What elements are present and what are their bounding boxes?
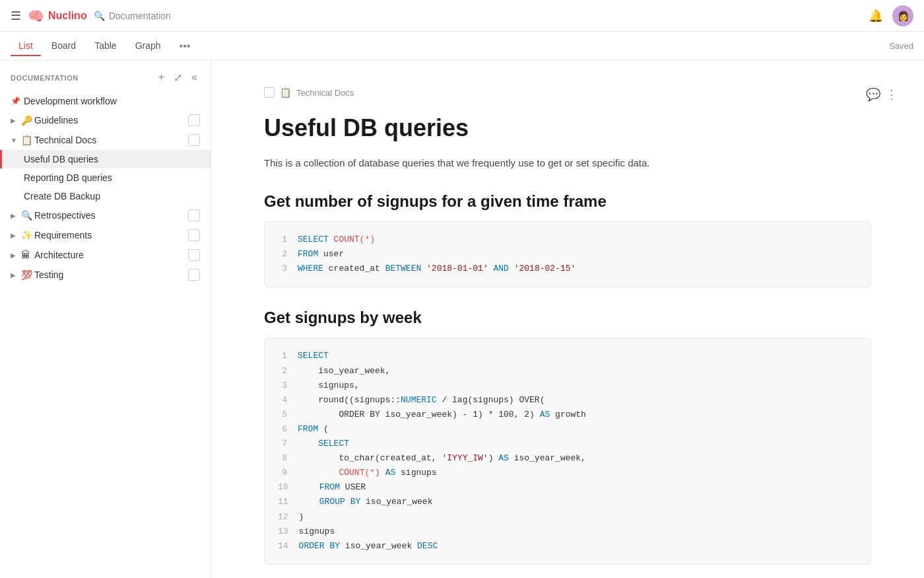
sidebar: DOCUMENTATION + ⤢ « 📌 Development workfl…: [0, 61, 211, 578]
topbar-left: ☰ 🧠 Nuclino 🔍 Documentation: [11, 8, 171, 24]
code-block-2: 1 SELECT 2 iso_year_week, 3 signups, 4 r…: [264, 338, 871, 564]
document-description: This is a collection of database queries…: [264, 155, 871, 171]
chevron-right-icon-retro: ▶: [11, 212, 21, 219]
retrospectives-checkbox[interactable]: [188, 209, 200, 221]
menu-icon[interactable]: ☰: [11, 9, 21, 23]
useful-db-queries-label: Useful DB queries: [24, 154, 200, 164]
code-line: 1 SELECT: [278, 349, 857, 363]
logo-text: Nuclino: [48, 10, 87, 22]
architecture-label: Architecture: [34, 250, 188, 260]
testing-icon: 💯: [21, 270, 34, 280]
breadcrumb: 📋 Technical Docs: [264, 87, 871, 98]
comment-icon[interactable]: 💬: [866, 87, 880, 102]
guidelines-checkbox[interactable]: [188, 114, 200, 126]
technical-docs-icon: 📋: [21, 135, 34, 145]
more-options-icon[interactable]: ⋮: [886, 87, 898, 102]
tab-more-button[interactable]: •••: [174, 36, 196, 56]
code-line: 4 round((signups::NUMERIC / lag(signups)…: [278, 393, 857, 408]
document-title: Useful DB queries: [264, 114, 871, 142]
reporting-db-queries-label: Reporting DB queries: [24, 172, 200, 183]
code-line: 10 FROM USER: [278, 480, 857, 495]
sidebar-item-testing[interactable]: ▶ 💯 Testing: [0, 265, 211, 285]
breadcrumb-icon: 📋: [280, 87, 291, 98]
technical-docs-checkbox[interactable]: [188, 134, 200, 146]
expand-button[interactable]: ⤢: [171, 70, 185, 85]
content-actions: 💬 ⋮: [866, 87, 898, 102]
chevron-right-icon-arch: ▶: [11, 252, 21, 259]
code-line: 6 FROM (: [278, 422, 857, 437]
retrospectives-icon: 🔍: [21, 210, 34, 221]
code-line: 9 COUNT(*) AS signups: [278, 466, 857, 480]
sidebar-child-create-db-backup[interactable]: Create DB Backup: [0, 187, 211, 205]
topbar-right: 🔔 👩: [869, 5, 913, 26]
tab-graph[interactable]: Graph: [127, 36, 169, 56]
guidelines-icon: 🔑: [21, 115, 34, 126]
requirements-icon: ✨: [21, 230, 34, 240]
tab-board[interactable]: Board: [44, 36, 84, 56]
main-layout: DOCUMENTATION + ⤢ « 📌 Development workfl…: [0, 61, 924, 578]
bell-icon[interactable]: 🔔: [869, 9, 883, 23]
testing-label: Testing: [34, 270, 188, 280]
sidebar-item-retrospectives[interactable]: ▶ 🔍 Retrospectives: [0, 205, 211, 225]
code-line: 11 GROUP BY iso_year_week: [278, 495, 857, 509]
requirements-label: Requirements: [34, 230, 188, 240]
section-2-heading: Get signups by week: [264, 308, 871, 327]
avatar-image: 👩: [898, 11, 909, 21]
breadcrumb-text: Technical Docs: [296, 88, 354, 98]
sidebar-item-guidelines[interactable]: ▶ 🔑 Guidelines: [0, 110, 211, 130]
sidebar-item-requirements[interactable]: ▶ ✨ Requirements: [0, 225, 211, 245]
code-line: 14 ORDER BY iso_year_week DESC: [278, 539, 857, 554]
collapse-sidebar-button[interactable]: «: [189, 70, 200, 85]
sidebar-actions: + ⤢ «: [156, 70, 200, 85]
avatar[interactable]: 👩: [892, 5, 913, 26]
chevron-right-icon-req: ▶: [11, 232, 21, 239]
chevron-down-icon: ▼: [11, 137, 21, 144]
requirements-checkbox[interactable]: [188, 229, 200, 241]
chevron-right-icon-test: ▶: [11, 271, 21, 279]
testing-checkbox[interactable]: [188, 269, 200, 281]
create-db-backup-label: Create DB Backup: [24, 191, 200, 201]
sidebar-header: DOCUMENTATION + ⤢ «: [0, 61, 211, 92]
search-bar[interactable]: 🔍 Documentation: [94, 11, 171, 21]
code-line: 1 SELECT COUNT(*): [278, 233, 857, 247]
code-line: 3 WHERE created_at BETWEEN '2018-01-01' …: [278, 262, 857, 276]
tab-list[interactable]: List: [11, 36, 41, 56]
topbar: ☰ 🧠 Nuclino 🔍 Documentation 🔔 👩: [0, 0, 924, 32]
saved-label: Saved: [889, 41, 913, 51]
architecture-icon: 🏛: [21, 250, 34, 260]
code-line: 13 signups: [278, 524, 857, 539]
code-line: 2 FROM user: [278, 247, 857, 262]
sidebar-item-technical-docs[interactable]: ▼ 📋 Technical Docs: [0, 130, 211, 150]
tab-table[interactable]: Table: [86, 36, 124, 56]
search-label: Documentation: [109, 11, 171, 21]
section-1-heading: Get number of signups for a given time f…: [264, 192, 871, 211]
pin-icon: 📌: [11, 96, 21, 106]
sidebar-child-useful-db-queries[interactable]: Useful DB queries: [0, 150, 211, 168]
technical-docs-label: Technical Docs: [34, 135, 188, 145]
retrospectives-label: Retrospectives: [34, 210, 188, 221]
chevron-right-icon: ▶: [11, 117, 21, 124]
navtabs: List Board Table Graph ••• Saved: [0, 32, 924, 61]
sidebar-child-reporting-db-queries[interactable]: Reporting DB queries: [0, 168, 211, 187]
architecture-checkbox[interactable]: [188, 249, 200, 261]
code-line: 7 SELECT: [278, 437, 857, 451]
code-line: 12 ): [278, 510, 857, 524]
logo-icon: 🧠: [28, 8, 44, 24]
add-item-button[interactable]: +: [156, 70, 167, 85]
code-block-1: 1 SELECT COUNT(*) 2 FROM user 3 WHERE cr…: [264, 221, 871, 287]
pinned-item[interactable]: 📌 Development workflow: [0, 92, 211, 110]
pinned-label: Development workflow: [24, 96, 117, 106]
logo[interactable]: 🧠 Nuclino: [28, 8, 87, 24]
document-content: 📋 Technical Docs 💬 ⋮ Useful DB queries T…: [211, 61, 924, 578]
search-icon: 🔍: [94, 11, 105, 21]
code-line: 2 iso_year_week,: [278, 364, 857, 379]
guidelines-label: Guidelines: [34, 115, 188, 126]
code-line: 8 to_char(created_at, 'IYYY_IW') AS iso_…: [278, 451, 857, 466]
sidebar-item-architecture[interactable]: ▶ 🏛 Architecture: [0, 245, 211, 265]
sidebar-section-title: DOCUMENTATION: [11, 74, 152, 82]
code-line: 3 signups,: [278, 379, 857, 393]
breadcrumb-checkbox[interactable]: [264, 87, 275, 98]
code-line: 5 ORDER BY iso_year_week) - 1) * 100, 2)…: [278, 408, 857, 422]
